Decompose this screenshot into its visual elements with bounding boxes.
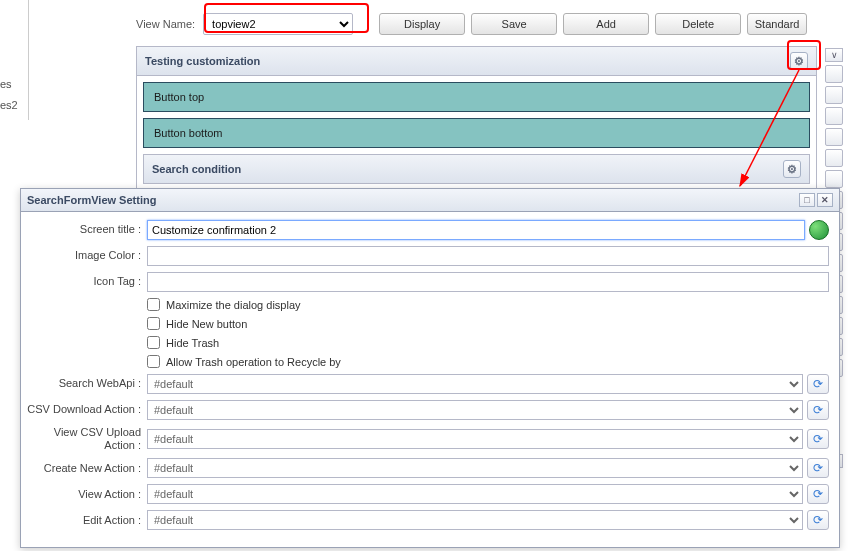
- hide-new-checkbox[interactable]: [147, 317, 160, 330]
- csv-download-label: CSV Download Action :: [21, 403, 147, 416]
- view-toolbar: View Name: topview2 Display Save Add Del…: [136, 9, 849, 39]
- view-csv-upload-select[interactable]: #default: [147, 429, 803, 449]
- search-webapi-label: Search WebApi :: [21, 377, 147, 390]
- save-button[interactable]: Save: [471, 13, 557, 35]
- hide-new-label: Hide New button: [166, 318, 247, 330]
- left-sidebar: es es2: [0, 0, 29, 120]
- rail-item-6[interactable]: [825, 170, 843, 188]
- icon-tag-label: Icon Tag :: [21, 275, 147, 288]
- dialog-maximize-button[interactable]: □: [799, 193, 815, 207]
- edit-action-refresh[interactable]: ⟳: [807, 510, 829, 530]
- display-button[interactable]: Display: [379, 13, 465, 35]
- rail-item-5[interactable]: [825, 149, 843, 167]
- image-color-label: Image Color :: [21, 249, 147, 262]
- left-text-2: es2: [0, 99, 18, 111]
- search-webapi-refresh[interactable]: ⟳: [807, 374, 829, 394]
- add-button[interactable]: Add: [563, 13, 649, 35]
- button-bottom[interactable]: Button bottom: [143, 118, 810, 148]
- search-condition-title: Search condition: [152, 163, 241, 175]
- globe-icon[interactable]: [809, 220, 829, 240]
- image-color-input[interactable]: [147, 246, 829, 266]
- create-new-label: Create New Action :: [21, 462, 147, 475]
- panel-header: Testing customization ⚙: [137, 47, 816, 76]
- customization-panel: Testing customization ⚙ Button top Butto…: [136, 46, 817, 191]
- rail-item-2[interactable]: [825, 86, 843, 104]
- dialog-title-text: SearchFormView Setting: [27, 194, 156, 206]
- view-action-select[interactable]: #default: [147, 484, 803, 504]
- search-condition-gear[interactable]: ⚙: [783, 160, 801, 178]
- csv-download-select[interactable]: #default: [147, 400, 803, 420]
- icon-tag-input[interactable]: [147, 272, 829, 292]
- view-csv-upload-refresh[interactable]: ⟳: [807, 429, 829, 449]
- rail-item-4[interactable]: [825, 128, 843, 146]
- panel-gear-button[interactable]: ⚙: [790, 52, 808, 70]
- dialog-body: Screen title : Image Color : Icon Tag : …: [21, 212, 839, 548]
- hide-trash-checkbox[interactable]: [147, 336, 160, 349]
- maximize-dialog-label: Maximize the dialog display: [166, 299, 301, 311]
- dialog-titlebar: SearchFormView Setting □ ✕: [21, 189, 839, 212]
- rail-item-3[interactable]: [825, 107, 843, 125]
- left-text-1: es: [0, 78, 12, 90]
- search-webapi-select[interactable]: #default: [147, 374, 803, 394]
- hide-trash-label: Hide Trash: [166, 337, 219, 349]
- search-condition-header: Search condition ⚙: [143, 154, 810, 184]
- csv-download-refresh[interactable]: ⟳: [807, 400, 829, 420]
- searchformview-setting-dialog: SearchFormView Setting □ ✕ Screen title …: [20, 188, 840, 548]
- view-action-refresh[interactable]: ⟳: [807, 484, 829, 504]
- dialog-close-button[interactable]: ✕: [817, 193, 833, 207]
- create-new-refresh[interactable]: ⟳: [807, 458, 829, 478]
- view-name-label: View Name:: [136, 18, 195, 30]
- button-top[interactable]: Button top: [143, 82, 810, 112]
- view-csv-upload-label: View CSV Upload Action :: [21, 426, 147, 452]
- maximize-dialog-checkbox[interactable]: [147, 298, 160, 311]
- view-name-select[interactable]: topview2: [203, 13, 353, 35]
- panel-title: Testing customization: [145, 55, 260, 67]
- create-new-select[interactable]: #default: [147, 458, 803, 478]
- standard-button[interactable]: Standard: [747, 13, 807, 35]
- delete-button[interactable]: Delete: [655, 13, 741, 35]
- rail-item-1[interactable]: [825, 65, 843, 83]
- view-action-label: View Action :: [21, 488, 147, 501]
- screen-title-input[interactable]: [147, 220, 805, 240]
- screen-title-label: Screen title :: [21, 223, 147, 236]
- recycle-label: Allow Trash operation to Recycle by: [166, 356, 341, 368]
- recycle-checkbox[interactable]: [147, 355, 160, 368]
- edit-action-label: Edit Action :: [21, 514, 147, 527]
- edit-action-select[interactable]: #default: [147, 510, 803, 530]
- rail-chevron[interactable]: ∨: [825, 48, 843, 62]
